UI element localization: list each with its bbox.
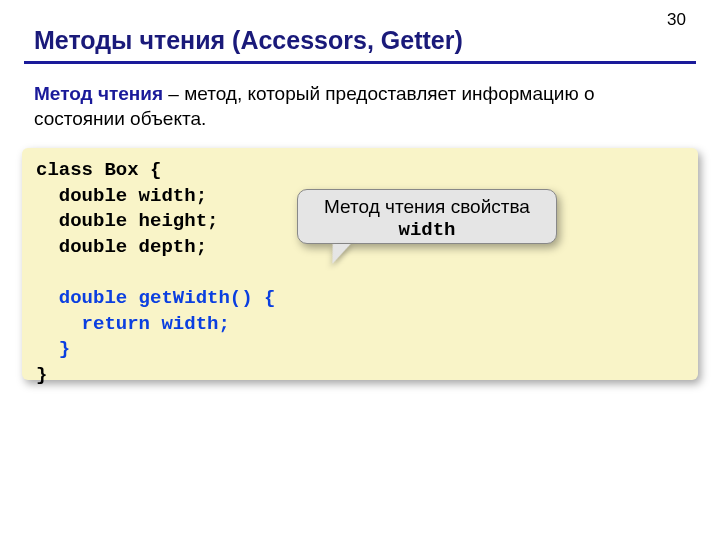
code-line: double getWidth() { xyxy=(36,286,684,312)
definition-term: Метод чтения xyxy=(34,83,163,104)
code-line: return width; xyxy=(36,312,684,338)
code-line: } xyxy=(36,363,684,389)
callout-box: Метод чтения свойства width xyxy=(297,189,557,244)
page-number: 30 xyxy=(667,10,686,30)
page-title: Методы чтения (Accessors, Getter) xyxy=(0,0,720,59)
code-line: class Box { xyxy=(36,158,684,184)
callout-prop: width xyxy=(298,219,556,243)
callout-line1: Метод чтения свойства xyxy=(298,195,556,219)
code-line: } xyxy=(36,337,684,363)
definition-paragraph: Метод чтения – метод, который предоставл… xyxy=(0,64,720,131)
code-line-blank xyxy=(36,261,684,287)
code-box: class Box { double width; double height;… xyxy=(22,148,698,380)
